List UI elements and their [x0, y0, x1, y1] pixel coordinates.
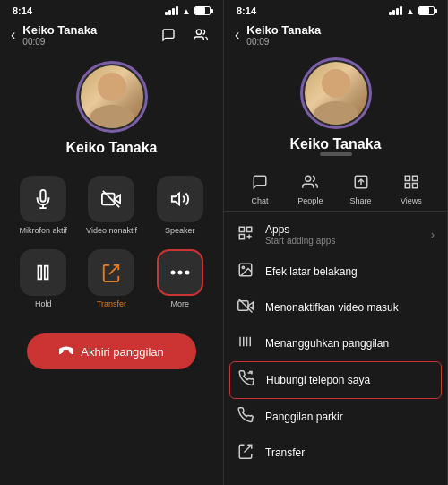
transfer2-content: Transfer: [265, 446, 435, 459]
svg-point-11: [185, 271, 189, 275]
apps-menu-icon: [237, 225, 254, 245]
share-tab-icon: [353, 174, 369, 194]
svg-point-23: [242, 266, 244, 268]
disable-video-menu-icon: [237, 298, 254, 317]
end-call-section: Akhiri panggilan: [0, 319, 223, 377]
battery-left: [194, 6, 211, 15]
apps-chevron-icon: ›: [431, 229, 435, 241]
battery-right: [418, 6, 435, 15]
transfer-icon: [88, 249, 134, 296]
hold-call-title: Menangguhkan panggilan: [265, 337, 435, 350]
mic-button[interactable]: Mikrofon aktif: [13, 172, 73, 238]
chat-icon-left[interactable]: [157, 23, 180, 47]
speaker-label: Speaker: [165, 226, 195, 235]
caller-name-header-left: Keiko Tanaka: [22, 23, 157, 37]
signal-bars-right: [389, 6, 402, 15]
ring-me-title: Hubungi telepon saya: [266, 374, 434, 386]
end-call-button[interactable]: Akhiri panggilan: [27, 333, 196, 369]
background-title: Efek latar belakang: [265, 265, 435, 278]
share-tab-label: Share: [350, 196, 372, 205]
avatar-img-left: [81, 65, 143, 128]
time-right: 8:14: [237, 5, 256, 16]
back-arrow-left[interactable]: ‹: [11, 27, 15, 43]
call-buttons-left: Mikrofon aktif Video nonaktif Speaker: [0, 165, 223, 319]
menu-item-background[interactable]: Efek latar belakang: [224, 254, 447, 290]
status-icons-right: ▲: [389, 6, 435, 16]
header-icons-left: [157, 23, 212, 47]
avatar-face-left: [81, 65, 143, 128]
svg-marker-24: [248, 302, 253, 309]
menu-item-ring-me[interactable]: Hubungi telepon saya: [229, 361, 442, 399]
people-tab-icon: [302, 174, 318, 194]
apps-content: Apps Start adding apps: [265, 223, 420, 246]
transfer-label: Transfer: [97, 299, 126, 308]
right-phone: 8:14 ▲ ‹ Keiko Tanaka 00:09: [224, 0, 448, 485]
back-arrow-right[interactable]: ‹: [235, 27, 239, 43]
apps-title: Apps: [265, 223, 420, 236]
call-duration-left: 00:09: [22, 37, 157, 47]
svg-rect-18: [412, 184, 417, 188]
tab-chat[interactable]: Chat: [235, 174, 285, 205]
hold-call-menu-icon: [237, 333, 254, 353]
caller-name-right: Keiko Tanaka: [290, 136, 382, 152]
svg-rect-8: [45, 266, 48, 280]
svg-rect-20: [247, 227, 252, 231]
sheet-handle: [320, 152, 352, 156]
mic-icon: [20, 176, 66, 222]
tab-share[interactable]: Share: [336, 174, 386, 205]
end-call-label: Akhiri panggilan: [81, 345, 164, 359]
hold-call-content: Menangguhkan panggilan: [265, 337, 435, 350]
chat-tab-icon: [252, 174, 268, 194]
transfer-button[interactable]: Transfer: [81, 246, 142, 312]
background-content: Efek latar belakang: [265, 265, 435, 278]
caller-name-header-right: Keiko Tanaka: [246, 23, 436, 37]
background-menu-icon: [237, 262, 254, 281]
menu-item-hold-call[interactable]: Menangguhkan panggilan: [224, 325, 447, 361]
avatar-section-right: Keiko Tanaka: [224, 48, 447, 167]
menu-item-apps[interactable]: Apps Start adding apps ›: [224, 215, 447, 254]
avatar-ring-right: [300, 57, 372, 129]
disable-video-content: Menonaktifkan video masuk: [265, 301, 435, 314]
park-menu-icon: [237, 407, 254, 427]
svg-rect-19: [239, 227, 244, 231]
more-label: More: [171, 299, 190, 308]
hold-label: Hold: [35, 299, 52, 308]
svg-rect-17: [405, 184, 409, 188]
svg-point-9: [170, 271, 175, 275]
park-title: Panggilan parkir: [265, 411, 435, 423]
people-tab-label: People: [297, 196, 323, 205]
video-label: Video nonaktif: [86, 226, 137, 235]
hold-button[interactable]: Hold: [13, 246, 73, 312]
video-button[interactable]: Video nonaktif: [81, 172, 142, 238]
status-bar-right: 8:14 ▲: [224, 0, 447, 20]
apps-subtitle: Start adding apps: [265, 236, 420, 246]
caller-name-left: Keiko Tanaka: [66, 140, 158, 156]
tab-views[interactable]: Views: [386, 174, 436, 205]
wifi-icon-right: ▲: [406, 6, 415, 16]
menu-item-park[interactable]: Panggilan parkir: [224, 399, 447, 435]
video-icon: [88, 176, 134, 222]
tab-people[interactable]: People: [285, 174, 335, 205]
svg-rect-7: [39, 266, 42, 280]
menu-item-transfer2[interactable]: Transfer: [224, 435, 447, 471]
transfer2-title: Transfer: [265, 446, 435, 459]
mic-label: Mikrofon aktif: [19, 226, 67, 235]
speaker-button[interactable]: Speaker: [150, 172, 211, 238]
hold-icon: [20, 249, 66, 296]
transfer2-menu-icon: [237, 443, 254, 463]
menu-item-disable-video[interactable]: Menonaktifkan video masuk: [224, 290, 447, 325]
avatar-section-left: Keiko Tanaka: [0, 48, 223, 165]
disable-video-title: Menonaktifkan video masuk: [265, 301, 435, 314]
people-icon-left[interactable]: [189, 23, 212, 47]
park-content: Panggilan parkir: [265, 411, 435, 423]
call-header-left: ‹ Keiko Tanaka 00:09: [0, 20, 223, 48]
svg-point-10: [177, 271, 182, 275]
signal-bars-left: [165, 6, 178, 15]
svg-rect-15: [405, 176, 409, 180]
menu-list-right: Apps Start adding apps › Efek latar bela…: [224, 212, 447, 474]
tab-bar-right: Chat People Share: [224, 167, 447, 212]
ring-me-menu-icon: [237, 370, 255, 390]
svg-point-12: [306, 176, 311, 181]
call-header-right: ‹ Keiko Tanaka 00:09: [224, 20, 447, 48]
more-button[interactable]: More: [150, 246, 211, 312]
